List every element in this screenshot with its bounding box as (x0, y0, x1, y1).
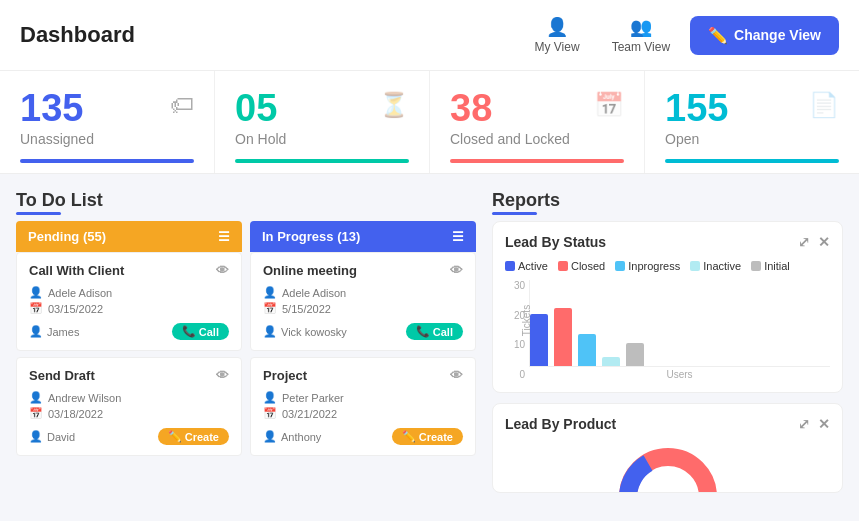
calendar-icon: 📅 (29, 407, 43, 420)
task-title: Online meeting 👁 (263, 263, 463, 278)
legend-closed: Closed (558, 260, 605, 272)
task-person: 👤 Adele Adison (263, 286, 463, 299)
task-card-send-draft: Send Draft 👁 👤 Andrew Wilson 📅 03/18/202… (16, 357, 242, 456)
person-icon: 👤 (263, 391, 277, 404)
chart-legend: Active Closed Inprogress Inactive Initia… (505, 260, 830, 272)
onhold-label: On Hold (235, 131, 409, 147)
x-axis-label: Users (529, 369, 830, 380)
unassigned-number: 135 (20, 89, 194, 127)
task-card-online-meeting: Online meeting 👁 👤 Adele Adison 📅 5/15/2… (250, 252, 476, 351)
unassigned-label: Unassigned (20, 131, 194, 147)
header-actions: 👤 My View 👥 Team View ✏️ Change View (523, 12, 840, 58)
expand-icon-2[interactable]: ⤢ (798, 416, 810, 432)
report-card-actions-2: ⤢ ✕ (798, 416, 830, 432)
stats-row: 🏷 135 Unassigned ⏳ 05 On Hold 📅 38 Close… (0, 71, 859, 174)
donut-svg: 2 3 (618, 442, 718, 493)
task-title: Send Draft 👁 (29, 368, 229, 383)
task-person: 👤 Peter Parker (263, 391, 463, 404)
calendar-icon: 📅 (29, 302, 43, 315)
close-icon-2[interactable]: ✕ (818, 416, 830, 432)
task-assignee: 👤 Anthony (263, 430, 321, 443)
open-bar (665, 159, 839, 163)
calendar-icon: 📅 (594, 91, 624, 119)
my-view-button[interactable]: 👤 My View (523, 12, 592, 58)
bars-area: Tickets Users (529, 280, 830, 380)
user-icon: 👤 (263, 325, 277, 338)
task-date: 📅 03/15/2022 (29, 302, 229, 315)
pending-column: Pending (55) ☰ Call With Client 👁 👤 Adel… (16, 221, 242, 462)
lead-by-status-card: Lead By Status ⤢ ✕ Active Closed (492, 221, 843, 393)
inprogress-header: In Progress (13) ☰ (250, 221, 476, 252)
task-card-project: Project 👁 👤 Peter Parker 📅 03/21/2022 👤 (250, 357, 476, 456)
call-tag[interactable]: 📞 Call (172, 323, 229, 340)
filter-icon[interactable]: ☰ (452, 229, 464, 244)
header: Dashboard 👤 My View 👥 Team View ✏️ Chang… (0, 0, 859, 71)
stat-open: 📄 155 Open (645, 71, 859, 173)
todo-columns: Pending (55) ☰ Call With Client 👁 👤 Adel… (16, 221, 476, 462)
expand-icon[interactable]: ⤢ (798, 234, 810, 250)
legend-dot-initial (751, 261, 761, 271)
lead-by-status-header: Lead By Status ⤢ ✕ (505, 234, 830, 250)
filter-icon[interactable]: ☰ (218, 229, 230, 244)
legend-inactive: Inactive (690, 260, 741, 272)
todo-title: To Do List (16, 190, 103, 211)
calendar-icon: 📅 (263, 407, 277, 420)
bar-active (530, 314, 548, 366)
legend-initial: Initial (751, 260, 790, 272)
team-view-button[interactable]: 👥 Team View (600, 12, 682, 58)
eye-icon[interactable]: 👁 (216, 263, 229, 278)
task-person: 👤 Adele Adison (29, 286, 229, 299)
team-icon: 👥 (630, 16, 652, 38)
todo-section: To Do List Pending (55) ☰ Call With Clie… (16, 190, 476, 493)
task-assignee: 👤 James (29, 325, 79, 338)
lead-by-product-header: Lead By Product ⤢ ✕ (505, 416, 830, 432)
todo-section-head: To Do List (16, 190, 476, 211)
reports-section: Reports Lead By Status ⤢ ✕ Active Closed (476, 190, 843, 493)
bar-initial (626, 343, 644, 366)
bars-container (529, 280, 830, 367)
onhold-bar (235, 159, 409, 163)
close-icon[interactable]: ✕ (818, 234, 830, 250)
eye-icon[interactable]: 👁 (450, 263, 463, 278)
create-tag[interactable]: ✏️ Create (158, 428, 229, 445)
task-assignee: 👤 Vick kowosky (263, 325, 347, 338)
create-tag[interactable]: ✏️ Create (392, 428, 463, 445)
legend-dot-closed (558, 261, 568, 271)
call-tag[interactable]: 📞 Call (406, 323, 463, 340)
pencil-icon: ✏️ (708, 26, 728, 45)
bar-closed (554, 308, 572, 366)
bar-inactive (602, 357, 620, 366)
page-title: Dashboard (20, 22, 135, 48)
task-date: 📅 03/21/2022 (263, 407, 463, 420)
donut-chart: 2 3 (505, 442, 830, 493)
reports-section-head: Reports (492, 190, 843, 211)
y-axis-label: Tickets (521, 305, 532, 336)
eye-icon[interactable]: 👁 (450, 368, 463, 383)
task-footer: 👤 David ✏️ Create (29, 428, 229, 445)
main-content: To Do List Pending (55) ☰ Call With Clie… (0, 174, 859, 509)
task-footer: 👤 James 📞 Call (29, 323, 229, 340)
change-view-button[interactable]: ✏️ Change View (690, 16, 839, 55)
legend-active: Active (505, 260, 548, 272)
open-label: Open (665, 131, 839, 147)
lead-by-product-card: Lead By Product ⤢ ✕ 2 3 (492, 403, 843, 493)
user-icon: 👤 (29, 325, 43, 338)
person-icon: 👤 (29, 286, 43, 299)
reports-title: Reports (492, 190, 560, 211)
legend-dot-inactive (690, 261, 700, 271)
bar-chart: 30 20 10 0 Tickets (505, 280, 830, 380)
stat-closed: 📅 38 Closed and Locked (430, 71, 645, 173)
task-date: 📅 03/18/2022 (29, 407, 229, 420)
legend-dot-inprogress (615, 261, 625, 271)
task-assignee: 👤 David (29, 430, 75, 443)
report-card-actions: ⤢ ✕ (798, 234, 830, 250)
pending-header: Pending (55) ☰ (16, 221, 242, 252)
task-title: Call With Client 👁 (29, 263, 229, 278)
hourglass-icon: ⏳ (379, 91, 409, 119)
person-icon: 👤 (263, 286, 277, 299)
eye-icon[interactable]: 👁 (216, 368, 229, 383)
stat-onhold: ⏳ 05 On Hold (215, 71, 430, 173)
document-icon: 📄 (809, 91, 839, 119)
inprogress-column: In Progress (13) ☰ Online meeting 👁 👤 Ad… (250, 221, 476, 462)
legend-dot-active (505, 261, 515, 271)
